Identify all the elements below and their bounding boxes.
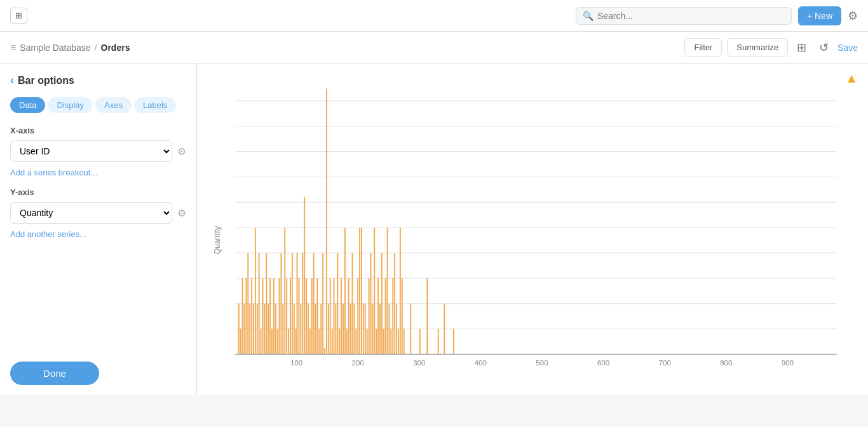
svg-rect-111: [383, 329, 384, 355]
svg-rect-121: [402, 278, 403, 355]
left-panel: ‹ Bar options Data Display Axes Labels X…: [0, 64, 197, 395]
yaxis-section: Y-axis Quantity ⚙ Add another series...: [10, 187, 186, 239]
svg-rect-97: [357, 278, 358, 355]
svg-rect-91: [346, 329, 348, 355]
svg-rect-88: [341, 278, 342, 355]
svg-text:100: 100: [290, 358, 302, 367]
svg-rect-82: [330, 278, 331, 355]
svg-rect-72: [311, 278, 313, 355]
yaxis-select-row: Quantity ⚙: [10, 202, 186, 224]
svg-rect-79: [324, 348, 325, 355]
chart-svg-wrapper: Quantity User ID 0 20 40 60: [197, 64, 868, 395]
svg-rect-93: [350, 304, 351, 355]
summarize-button[interactable]: Summarize: [727, 38, 788, 57]
svg-rect-122: [403, 329, 405, 355]
svg-rect-51: [273, 278, 275, 355]
done-button-wrapper: Done: [10, 349, 186, 385]
topbar-right: 🔍 + New ⚙: [576, 6, 858, 25]
svg-rect-80: [326, 88, 327, 354]
svg-rect-54: [279, 278, 280, 355]
save-button[interactable]: Save: [837, 43, 858, 53]
svg-rect-100: [363, 304, 364, 355]
svg-rect-78: [322, 253, 323, 354]
svg-rect-108: [377, 278, 379, 355]
svg-rect-73: [313, 253, 315, 354]
xaxis-select-row: User ID ⚙: [10, 140, 186, 162]
done-button[interactable]: Done: [10, 362, 99, 385]
svg-rect-39: [251, 278, 252, 355]
filter-button[interactable]: Filter: [684, 38, 722, 57]
svg-rect-64: [297, 253, 298, 354]
svg-rect-63: [295, 329, 297, 355]
svg-rect-89: [342, 304, 344, 355]
back-arrow-icon[interactable]: ‹: [10, 74, 14, 87]
new-button[interactable]: + New: [798, 6, 841, 25]
tab-axes[interactable]: Axes: [95, 97, 132, 113]
svg-rect-96: [355, 329, 356, 355]
svg-rect-71: [309, 329, 311, 355]
svg-text:400: 400: [475, 358, 487, 367]
svg-rect-67: [302, 253, 303, 354]
svg-rect-56: [282, 304, 283, 355]
svg-rect-69: [306, 278, 307, 355]
database-icon: ≡: [10, 42, 16, 53]
tab-data[interactable]: Data: [10, 97, 45, 113]
svg-rect-52: [275, 304, 276, 355]
svg-rect-53: [277, 329, 278, 355]
columns-button[interactable]: ⊞: [793, 38, 810, 57]
svg-text:200: 200: [352, 358, 364, 367]
tab-labels[interactable]: Labels: [134, 97, 176, 113]
svg-rect-62: [294, 304, 295, 355]
svg-rect-40: [253, 304, 254, 355]
yaxis-select[interactable]: Quantity: [10, 202, 172, 224]
search-input[interactable]: [597, 11, 785, 21]
xaxis-select[interactable]: User ID: [10, 140, 172, 162]
svg-rect-44: [261, 329, 262, 355]
svg-rect-118: [396, 304, 397, 355]
svg-rect-57: [284, 227, 285, 354]
svg-rect-125: [426, 278, 428, 355]
yaxis-gear-button[interactable]: ⚙: [177, 207, 186, 219]
xaxis-gear-button[interactable]: ⚙: [177, 146, 186, 158]
svg-rect-36: [245, 278, 247, 355]
svg-rect-119: [398, 329, 399, 355]
search-icon: 🔍: [583, 11, 593, 21]
svg-rect-76: [318, 329, 320, 355]
svg-rect-45: [262, 278, 264, 355]
svg-rect-104: [370, 253, 372, 354]
svg-rect-46: [264, 304, 265, 355]
svg-rect-65: [298, 278, 299, 355]
svg-rect-117: [394, 253, 395, 354]
svg-rect-128: [453, 329, 454, 355]
panel-header: ‹ Bar options: [10, 74, 186, 87]
breadcrumb-db[interactable]: Sample Database: [20, 43, 90, 53]
svg-text:700: 700: [659, 358, 671, 367]
svg-rect-60: [290, 278, 291, 355]
refresh-button[interactable]: ↺: [815, 38, 832, 57]
svg-rect-113: [387, 227, 388, 354]
chart-area: ▲ Quantity User ID 0 20 40: [197, 64, 868, 395]
topbar: ⊞ 🔍 + New ⚙: [0, 0, 868, 32]
svg-rect-75: [316, 278, 318, 355]
svg-rect-43: [259, 253, 260, 354]
svg-rect-81: [328, 304, 329, 355]
svg-rect-107: [376, 329, 377, 355]
svg-rect-66: [300, 304, 301, 355]
svg-rect-124: [419, 329, 421, 355]
sidebar-toggle-button[interactable]: ⊞: [10, 8, 27, 24]
svg-rect-99: [361, 227, 362, 354]
svg-rect-70: [308, 304, 309, 355]
breadcrumb-actions: Filter Summarize ⊞ ↺ Save: [684, 38, 858, 57]
svg-rect-47: [266, 253, 267, 354]
add-breakout-button[interactable]: Add a series breakout...: [10, 168, 97, 177]
svg-text:800: 800: [720, 358, 732, 367]
panel-title: Bar options: [18, 75, 74, 86]
svg-rect-32: [238, 304, 240, 355]
svg-rect-50: [271, 329, 273, 355]
svg-rect-95: [353, 304, 355, 355]
settings-gear-button[interactable]: ⚙: [848, 9, 858, 23]
svg-rect-103: [369, 278, 370, 355]
tab-display[interactable]: Display: [48, 97, 93, 113]
add-series-button[interactable]: Add another series...: [10, 229, 86, 239]
svg-rect-127: [444, 304, 445, 355]
